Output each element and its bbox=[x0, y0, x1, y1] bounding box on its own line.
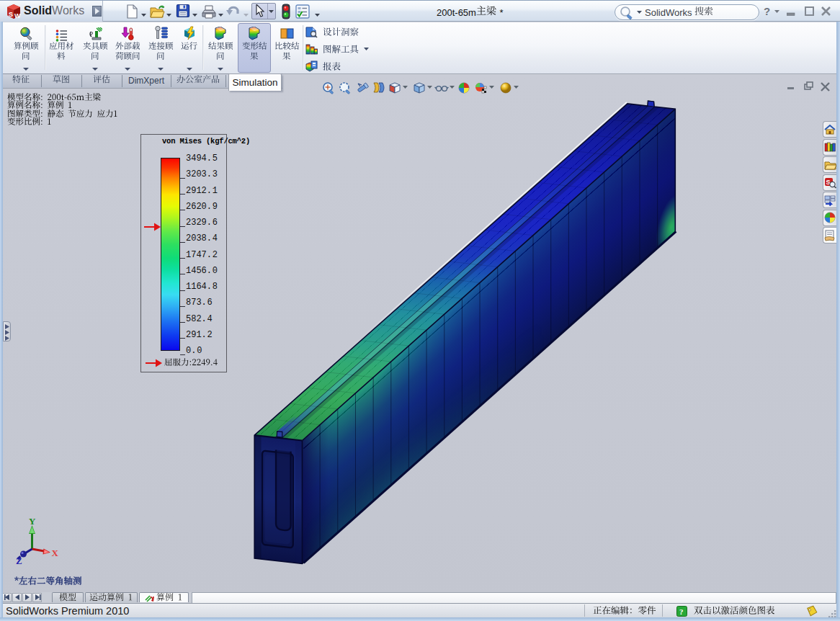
svg-text:?: ? bbox=[679, 607, 684, 616]
svg-text:Y: Y bbox=[29, 516, 36, 527]
svg-text:Z: Z bbox=[16, 555, 22, 566]
svg-text:X: X bbox=[52, 548, 59, 558]
